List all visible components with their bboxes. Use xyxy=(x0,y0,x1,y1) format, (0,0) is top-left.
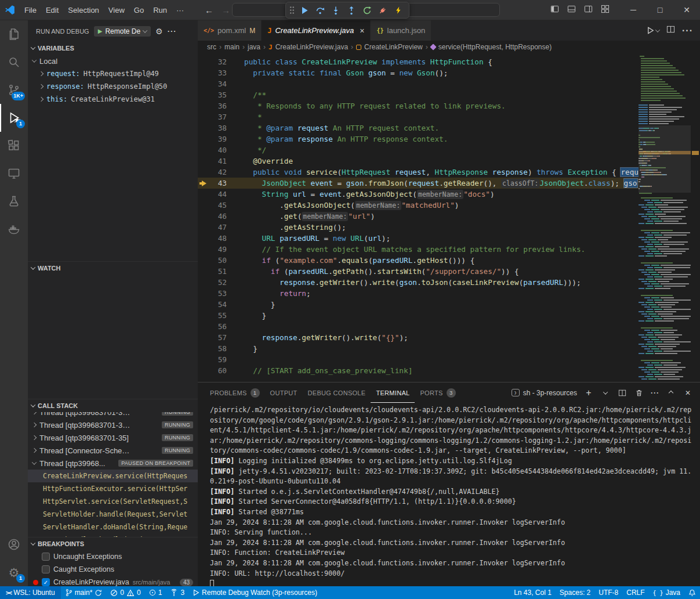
breakpoint-row[interactable]: ✓CreateLinkPreview.javasrc/main/java43 xyxy=(28,576,198,586)
code-line-36[interactable]: 36 * Responds to any HTTP request relate… xyxy=(198,100,639,111)
breakpoints-header[interactable]: BREAKPOINTS xyxy=(28,537,198,550)
variable-row[interactable]: this:CreateLinkPreview@31 xyxy=(28,93,198,106)
code-line-59[interactable]: 59 xyxy=(198,354,639,365)
panel-more-actions-icon[interactable]: ··· xyxy=(651,389,659,397)
debug-disconnect-button[interactable] xyxy=(376,3,390,17)
activity-remote-explorer-icon[interactable] xyxy=(0,160,28,187)
callstack-thread[interactable]: Thread [Connector-Scheduler-...RUNNING xyxy=(28,444,198,457)
code-line-50[interactable]: 50 if ("example.com".equals(parsedURL.ge… xyxy=(198,255,639,266)
breakpoint-row[interactable]: Uncaught Exceptions xyxy=(28,550,198,563)
activity-testing-icon[interactable] xyxy=(0,187,28,215)
breadcrumb-item[interactable]: main xyxy=(224,43,240,51)
encoding-status[interactable]: UTF-8 xyxy=(594,586,622,599)
activity-explorer-icon[interactable] xyxy=(0,20,28,48)
code-line-54[interactable]: 54 } xyxy=(198,299,639,310)
cursor-position-status[interactable]: Ln 43, Col 1 xyxy=(510,586,556,599)
maximize-button[interactable]: □ xyxy=(647,0,673,20)
code-line-40[interactable]: 40 */ xyxy=(198,145,639,156)
problems-status[interactable]: 0 0 xyxy=(106,586,144,599)
code-line-52[interactable]: 52 response.getWriter().write(gson.toJso… xyxy=(198,277,639,288)
editor-more-actions-icon[interactable]: ··· xyxy=(682,26,693,36)
panel-tab-debug-console[interactable]: DEBUG CONSOLE xyxy=(303,383,371,403)
language-mode-status[interactable]: { } Java xyxy=(649,586,684,599)
panel-tab-output[interactable]: OUTPUT xyxy=(265,383,303,403)
code-line-48[interactable]: 48 URL parsedURL = new URL(url); xyxy=(198,233,639,244)
menu-edit[interactable]: Edit xyxy=(41,4,63,16)
call-stack-header[interactable]: CALL STACK xyxy=(28,399,198,412)
terminal-output[interactable]: /pierrick/.m2/repository/io/cloudevents/… xyxy=(198,403,700,586)
code-line-41[interactable]: 41 @Override xyxy=(198,156,639,167)
code-line-33[interactable]: 33 private static final Gson gson = new … xyxy=(198,67,639,78)
code-line-39[interactable]: 39 * @param response An HTTP response co… xyxy=(198,133,639,145)
menu-run[interactable]: Run xyxy=(148,4,172,16)
callstack-thread[interactable]: Thread [qtp399683701-33-acce...RUNNING xyxy=(28,412,198,418)
code-line-51[interactable]: 51 if (parsedURL.getPath().startsWith("/… xyxy=(198,266,639,277)
minimize-button[interactable]: ─ xyxy=(620,0,647,20)
tab-createlinkpreview-java[interactable]: JCreateLinkPreview.java× xyxy=(262,20,371,41)
remote-indicator[interactable]: >< WSL: Ubuntu xyxy=(0,586,61,599)
code-line-44[interactable]: 44 String url = event.getAsJsonObject(me… xyxy=(198,189,639,200)
code-line-34[interactable]: 34 xyxy=(198,78,639,89)
breadcrumb-item[interactable]: CreateLinkPreview.java xyxy=(275,43,348,51)
close-tab-icon[interactable]: × xyxy=(360,26,364,35)
code-line-58[interactable]: 58 } xyxy=(198,343,639,354)
menu-more[interactable]: ··· xyxy=(172,4,188,16)
code-line-49[interactable]: 49 // If the event object URL matches a … xyxy=(198,244,639,255)
accounts-icon[interactable] xyxy=(0,531,28,558)
git-branch-status[interactable]: main* xyxy=(61,586,107,599)
breadcrumb-item[interactable]: src xyxy=(207,43,216,51)
menu-go[interactable]: Go xyxy=(129,4,148,16)
activity-search-icon[interactable] xyxy=(0,48,28,76)
activity-docker-icon[interactable] xyxy=(0,215,28,243)
callstack-frame[interactable]: ScopedHandler.handle(String,Request, xyxy=(28,533,198,537)
breadcrumb-item[interactable]: java xyxy=(248,43,260,51)
menu-file[interactable]: File xyxy=(20,4,41,16)
close-button[interactable]: ✕ xyxy=(673,0,700,20)
code-editor[interactable]: 32public class CreateLinkPreview impleme… xyxy=(198,53,700,382)
nav-back-icon[interactable]: ← xyxy=(205,5,213,15)
debug-step-out-button[interactable] xyxy=(344,3,358,17)
callstack-thread[interactable]: Thread [qtp399683701-35]RUNNING xyxy=(28,431,198,444)
notifications-bell[interactable] xyxy=(684,586,700,599)
activity-extensions-icon[interactable] xyxy=(0,132,28,160)
debug-config-dropdown[interactable]: ▶ Remote De xyxy=(94,26,151,37)
eol-status[interactable]: CRLF xyxy=(622,586,648,599)
breakpoint-row[interactable]: Caught Exceptions xyxy=(28,563,198,576)
activity-source-control-icon[interactable]: 1K+ xyxy=(0,76,28,104)
panel-tab-ports[interactable]: PORTS3 xyxy=(415,383,460,403)
variable-row[interactable]: request:HttpRequestImpl@49 xyxy=(28,67,198,80)
scope-local[interactable]: Local xyxy=(28,55,198,67)
callstack-frame[interactable]: HttpServlet.service(ServletRequest,S xyxy=(28,495,198,508)
code-line-55[interactable]: 55 } xyxy=(198,310,639,321)
minimap-slider[interactable] xyxy=(639,125,691,193)
code-line-35[interactable]: 35 /** xyxy=(198,89,639,100)
ports-forwarded-status[interactable]: 3 xyxy=(166,586,188,599)
status-count[interactable]: 1 xyxy=(145,586,166,599)
overview-ruler[interactable] xyxy=(691,53,700,382)
kill-terminal-trash-icon[interactable] xyxy=(634,388,644,398)
callstack-frame[interactable]: ServletHandler.doHandle(String,Reque xyxy=(28,521,198,533)
toggle-secondary-sidebar-icon[interactable] xyxy=(584,5,593,16)
breakpoint-checkbox[interactable] xyxy=(42,565,50,573)
callstack-frame[interactable]: CreateLinkPreview.service(HttpReques xyxy=(28,470,198,482)
terminal-instance-item[interactable]: ❯ sh - 3p-resources xyxy=(512,389,577,397)
code-line-45[interactable]: 45 .getAsJsonObject(memberName:"matchedU… xyxy=(198,200,639,211)
tab-pom-xml[interactable]: </>pom.xmlM xyxy=(198,20,262,41)
breakpoint-checkbox[interactable]: ✓ xyxy=(42,578,50,586)
nav-forward-icon[interactable]: → xyxy=(222,5,230,15)
hot-code-replace-button[interactable] xyxy=(391,3,405,17)
code-line-42[interactable]: 42 public void service(HttpRequest reque… xyxy=(198,167,639,178)
callstack-thread[interactable]: Thread [qtp39968...PAUSED ON BREAKPOINT xyxy=(28,457,198,470)
code-line-57[interactable]: 57 response.getWriter().write("{}"); xyxy=(198,332,639,343)
toggle-panel-icon[interactable] xyxy=(567,5,576,16)
menu-view[interactable]: View xyxy=(104,4,129,16)
code-line-56[interactable]: 56 xyxy=(198,321,639,332)
minimap[interactable] xyxy=(639,53,691,382)
breadcrumb-item[interactable]: service(HttpRequest, HttpResponse) xyxy=(438,43,552,51)
callstack-thread[interactable]: Thread [qtp399683701-34-acce...RUNNING xyxy=(28,418,198,431)
debug-step-into-button[interactable] xyxy=(329,3,343,17)
sidebar-more-actions-icon[interactable]: ··· xyxy=(168,27,177,35)
breadcrumb-item[interactable]: CreateLinkPreview xyxy=(364,43,423,51)
maximize-panel-chevron-icon[interactable] xyxy=(666,388,676,398)
code-line-38[interactable]: 38 * @param request An HTTP request cont… xyxy=(198,122,639,133)
